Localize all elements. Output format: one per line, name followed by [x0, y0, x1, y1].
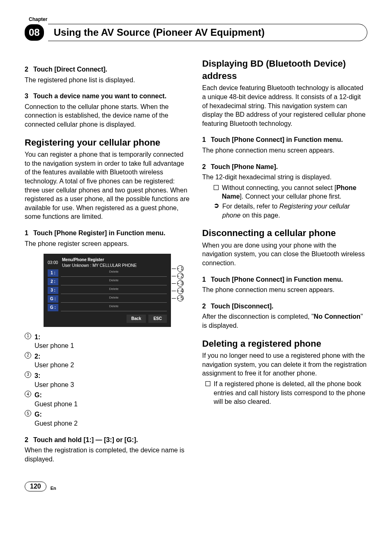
bd-intro: Each device featuring Bluetooth technolo… — [202, 83, 367, 128]
del-note: If a registered phone is deleted, all th… — [205, 380, 367, 406]
language-label: En — [51, 486, 56, 491]
legend-2-body: User phone 2 — [35, 361, 190, 370]
legend-list: 11: User phone 1 22: User phone 2 33: Us… — [25, 333, 190, 428]
callout-3: 3 — [177, 280, 184, 287]
step-3-head: 3Touch a device name you want to connect… — [25, 92, 190, 101]
screen-row-g1: G : — [48, 295, 58, 303]
callout-1: 1 — [177, 265, 184, 272]
screenshot-callouts: 1 2 3 4 5 — [172, 265, 184, 301]
screen-row-g2: G : — [48, 304, 58, 311]
legend-4-label: G: — [35, 391, 42, 400]
legend-4-body: Guest phone 1 — [35, 400, 190, 409]
phone-register-screenshot: 03:00 Menu/Phone Register User Unknown :… — [44, 254, 171, 327]
bd-note-2: ➲ For details, refer to Registering your… — [214, 202, 367, 220]
reg-step-2-body: When the registration is completed, the … — [25, 446, 190, 463]
legend-5-body: Guest phone 2 — [35, 419, 190, 428]
section-bd-address: Displaying BD (Bluetooth Device) address — [202, 58, 367, 82]
bd-step-2-head: 2Touch [Phone Name]. — [202, 162, 367, 171]
legend-3-label: 3: — [35, 371, 40, 380]
chapter-header: 08 Using the AV Source (Pioneer AV Equip… — [25, 24, 367, 41]
section-registering: Registering your cellular phone — [25, 137, 190, 149]
screen-user-line: User Unknown : MY CELLULAR PHONE — [62, 263, 137, 269]
disc-step-2-body: After the disconnection is completed, "N… — [202, 312, 367, 330]
chapter-number: 08 — [25, 24, 44, 41]
callout-4: 4 — [177, 287, 184, 294]
chapter-title: Using the AV Source (Pioneer AV Equipmen… — [54, 27, 265, 38]
reg-step-1-body: The phone register screen appears. — [25, 239, 190, 248]
registering-intro: You can register a phone that is tempora… — [25, 150, 190, 221]
legend-2-label: 2: — [35, 352, 40, 361]
callout-2: 2 — [177, 273, 184, 279]
screen-menu-title: Menu/Phone Register — [62, 257, 137, 263]
legend-3-body: User phone 3 — [35, 380, 190, 389]
screen-esc-button: ESC — [148, 315, 167, 323]
screen-row-3: 3 : — [48, 287, 58, 294]
bd-step-2-body: The 12-digit hexadecimal string is displ… — [202, 173, 367, 182]
disc-intro: When you are done using your phone with … — [202, 241, 367, 268]
bd-note-1: Without connecting, you cannot select [P… — [214, 183, 367, 201]
del-intro: If you no longer need to use a registere… — [202, 351, 367, 378]
bd-step-1-body: The phone connection menu screen appears… — [202, 146, 367, 155]
right-column: Displaying BD (Bluetooth Device) address… — [202, 58, 367, 465]
section-disconnecting: Disconnecting a cellular phone — [202, 227, 367, 239]
step-3-body: Connection to the cellular phone starts.… — [25, 102, 190, 129]
reg-step-1-head: 1Touch [Phone Register] in Function menu… — [25, 229, 190, 238]
square-bullet-icon — [205, 381, 210, 386]
screen-time: 03:00 — [48, 260, 58, 266]
disc-step-2-head: 2Touch [Disconnect]. — [202, 302, 367, 311]
chapter-label: Chapter — [29, 16, 367, 22]
step-2-head: 2Touch [Direct Connect]. — [25, 65, 190, 74]
screen-back-button: Back — [127, 315, 146, 323]
disc-step-1-head: 1Touch [Phone Connect] in Function menu. — [202, 275, 367, 284]
square-bullet-icon — [214, 185, 219, 190]
legend-5-label: G: — [35, 410, 42, 419]
legend-1-body: User phone 1 — [35, 341, 190, 350]
screen-row-2: 2 : — [48, 278, 58, 285]
arrow-right-icon: ➲ — [214, 202, 219, 220]
section-deleting: Deleting a registered phone — [202, 338, 367, 350]
reg-step-2-head: 2Touch and hold [1:] — [3:] or [G:]. — [25, 436, 190, 445]
legend-1-label: 1: — [35, 333, 40, 342]
callout-5: 5 — [177, 295, 184, 301]
left-column: 2Touch [Direct Connect]. The registered … — [25, 58, 190, 465]
screen-row-1: 1 : — [48, 269, 58, 277]
step-2-body: The registered phone list is displayed. — [25, 76, 190, 85]
bd-step-1-head: 1Touch [Phone Connect] in Function menu. — [202, 135, 367, 144]
page-number: 120 — [25, 482, 46, 491]
disc-step-1-body: The phone connection menu screen appears… — [202, 285, 367, 294]
